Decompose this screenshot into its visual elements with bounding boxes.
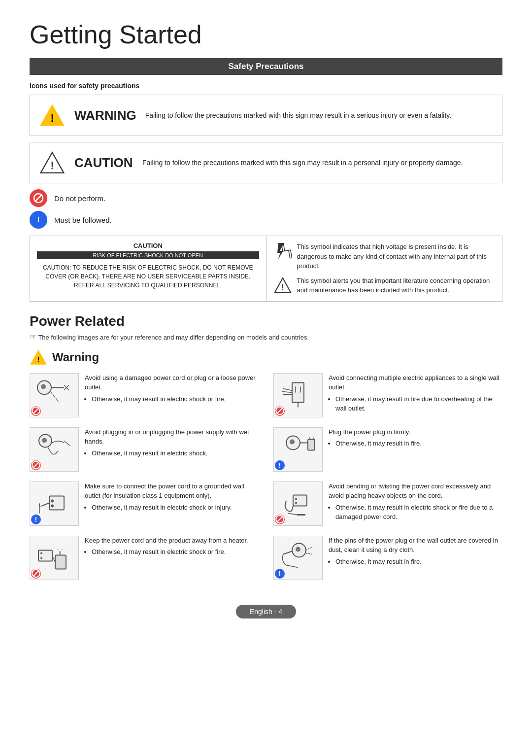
power-item-2-image — [30, 427, 79, 472]
no-perform-icon — [30, 189, 47, 207]
power-item-4: Keep the power cord and the product away… — [30, 536, 259, 580]
item-8-badge: ! — [275, 569, 285, 579]
svg-point-52 — [290, 440, 295, 445]
power-item-8-text: If the pins of the power plug or the wal… — [329, 536, 502, 568]
svg-point-59 — [295, 498, 297, 500]
svg-line-50 — [277, 408, 282, 413]
power-item-8-image: ! — [273, 536, 323, 580]
footer: English - 4 — [30, 605, 502, 619]
svg-line-41 — [33, 571, 38, 576]
svg-text:!: ! — [50, 112, 54, 125]
power-items-grid: Avoid using a damaged power cord or plug… — [30, 373, 502, 590]
svg-line-64 — [277, 516, 282, 522]
svg-point-14 — [41, 384, 46, 389]
svg-point-28 — [51, 505, 54, 508]
item-4-badge — [31, 569, 41, 579]
alert-row: ! This symbol alerts you that important … — [273, 276, 496, 295]
power-related-title: Power Related — [30, 313, 502, 329]
electric-left-panel: CAUTION RISK OF ELECTRIC SHOCK DO NOT OP… — [30, 236, 266, 301]
warning-description: Failing to follow the precautions marked… — [145, 110, 451, 121]
warning-triangle-icon: ! — [39, 102, 66, 129]
svg-line-46 — [283, 389, 292, 391]
page-title: Getting Started — [30, 20, 502, 49]
svg-point-60 — [295, 502, 297, 504]
svg-line-29 — [42, 503, 49, 506]
svg-rect-58 — [293, 495, 307, 506]
svg-line-23 — [64, 441, 70, 446]
svg-line-69 — [306, 548, 312, 550]
power-item-2-text: Avoid plugging in or unplugging the powe… — [85, 427, 259, 459]
power-item-2: Avoid plugging in or unplugging the powe… — [30, 427, 259, 472]
power-item-5-image — [273, 373, 323, 417]
risk-bar: RISK OF ELECTRIC SHOCK DO NOT OPEN — [37, 251, 259, 259]
item-1-badge — [31, 406, 41, 416]
svg-line-62 — [288, 514, 297, 515]
power-items-left: Avoid using a damaged power cord or plug… — [30, 373, 259, 590]
svg-text:!: ! — [37, 215, 40, 224]
svg-point-66 — [296, 547, 300, 552]
item-5-badge — [275, 406, 285, 416]
warning-heading-icon: ! — [30, 348, 47, 366]
power-item-6-text: Plug the power plug in firmly. Otherwise… — [329, 427, 422, 449]
svg-line-68 — [286, 565, 298, 568]
svg-text:!: ! — [50, 160, 54, 172]
do-not-perform-row: Do not perform. — [30, 189, 502, 207]
svg-line-5 — [35, 195, 42, 202]
power-item-5-text: Avoid connecting multiple electric appli… — [329, 373, 502, 414]
warning-label: WARNING — [74, 108, 136, 123]
power-item-1-text: Avoid using a damaged power cord or plug… — [85, 373, 259, 405]
svg-point-22 — [42, 438, 47, 443]
power-item-1-image — [30, 373, 79, 417]
svg-line-18 — [51, 393, 59, 403]
electric-caution-body: CAUTION: TO REDUCE THE RISK OF ELECTRIC … — [37, 263, 259, 290]
caution-triangle-icon: ! — [39, 149, 66, 176]
must-follow-row: ! Must be followed. — [30, 211, 502, 229]
warning-heading-label: Warning — [52, 350, 99, 364]
do-not-perform-text: Do not perform. — [54, 194, 105, 203]
footer-label: English - 4 — [236, 605, 296, 619]
caution-description: Failing to follow the precautions marked… — [142, 158, 463, 168]
warning-heading: ! Warning — [30, 348, 502, 366]
power-item-4-image — [30, 536, 79, 580]
alert-triangle-icon: ! — [273, 276, 292, 295]
power-item-8: ! If the pins of the power plug or the w… — [273, 536, 502, 580]
electric-shock-box: CAUTION RISK OF ELECTRIC SHOCK DO NOT OP… — [30, 236, 502, 302]
svg-point-33 — [40, 552, 42, 554]
item-3-badge: ! — [31, 515, 41, 524]
svg-text:!: ! — [35, 515, 37, 523]
power-item-3-image: ! — [30, 481, 79, 526]
caution-label: CAUTION — [74, 155, 133, 171]
power-item-6: ! Plug the power plug in firmly. Otherwi… — [273, 427, 502, 472]
power-item-6-image: ! — [273, 427, 323, 472]
power-item-7-text: Avoid bending or twisting the power cord… — [329, 481, 502, 523]
svg-line-25 — [33, 462, 38, 468]
electric-right-panel: This symbol indicates that high voltage … — [266, 236, 502, 301]
power-item-1: Avoid using a damaged power cord or plug… — [30, 373, 259, 417]
power-item-7: Avoid bending or twisting the power cord… — [273, 481, 502, 526]
item-7-badge — [275, 515, 285, 524]
must-follow-icon: ! — [30, 211, 47, 229]
power-item-3-text: Make sure to connect the power cord to a… — [85, 481, 259, 514]
svg-text:!: ! — [281, 283, 284, 292]
svg-text:!: ! — [279, 461, 281, 469]
svg-point-27 — [51, 500, 54, 503]
svg-text:!: ! — [37, 355, 39, 363]
svg-rect-35 — [55, 555, 66, 569]
electric-caution-title: CAUTION — [37, 242, 259, 249]
svg-rect-42 — [292, 383, 304, 403]
power-item-7-image — [273, 481, 323, 526]
reference-note: ☞ The following images are for your refe… — [30, 332, 502, 342]
power-item-5: Avoid connecting multiple electric appli… — [273, 373, 502, 417]
svg-text:!: ! — [279, 570, 281, 578]
power-item-3: ! Make sure to connect the power cord to… — [30, 481, 259, 526]
icons-label: Icons used for safety precautions — [30, 82, 502, 90]
item-6-badge: ! — [275, 460, 285, 470]
svg-line-70 — [306, 553, 313, 554]
warning-box: ! WARNING Failing to follow the precauti… — [30, 95, 502, 136]
svg-line-67 — [283, 551, 292, 554]
must-follow-text: Must be followed. — [54, 216, 112, 224]
bolt-row: This symbol indicates that high voltage … — [273, 242, 496, 271]
bolt-icon — [273, 242, 292, 261]
caution-box: ! CAUTION Failing to follow the precauti… — [30, 142, 502, 183]
power-item-4-text: Keep the power cord and the product away… — [85, 536, 248, 558]
